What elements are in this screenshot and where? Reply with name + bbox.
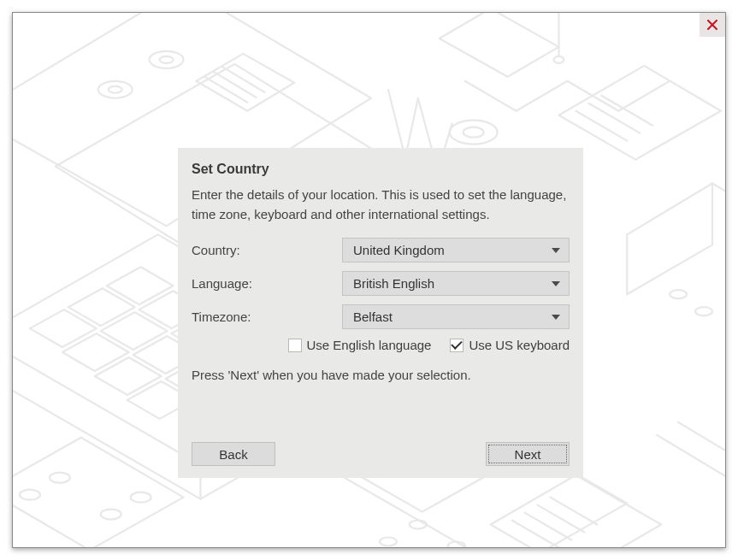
svg-point-13 xyxy=(380,538,397,546)
svg-point-4 xyxy=(553,56,564,63)
set-country-dialog: Set Country Enter the details of your lo… xyxy=(178,148,583,478)
close-button[interactable] xyxy=(700,13,725,37)
svg-point-6 xyxy=(463,127,484,138)
svg-point-12 xyxy=(131,492,151,503)
svg-point-0 xyxy=(98,81,133,98)
close-icon xyxy=(707,20,717,30)
timezone-row: Timezone: Belfast xyxy=(192,304,570,329)
svg-point-14 xyxy=(410,521,427,529)
svg-point-5 xyxy=(450,121,498,144)
chevron-down-icon xyxy=(552,315,560,320)
svg-point-10 xyxy=(50,473,70,483)
country-combobox[interactable]: United Kingdom xyxy=(342,238,570,262)
svg-point-9 xyxy=(20,490,40,500)
dialog-title: Set Country xyxy=(192,162,570,177)
country-value: United Kingdom xyxy=(353,243,445,257)
use-us-keyboard-checkbox[interactable]: Use US keyboard xyxy=(450,338,570,352)
svg-point-11 xyxy=(101,510,121,520)
use-english-checkbox[interactable]: Use English language xyxy=(288,338,432,352)
svg-point-3 xyxy=(160,56,174,63)
country-row: Country: United Kingdom xyxy=(192,238,570,262)
dialog-description: Enter the details of your location. This… xyxy=(192,186,570,224)
checkbox-box xyxy=(288,339,302,352)
chevron-down-icon xyxy=(552,281,560,286)
use-us-keyboard-label: Use US keyboard xyxy=(469,338,570,352)
back-button[interactable]: Back xyxy=(192,442,275,466)
back-button-label: Back xyxy=(219,447,247,462)
next-button[interactable]: Next xyxy=(486,442,570,466)
svg-point-1 xyxy=(109,86,122,93)
svg-point-2 xyxy=(150,51,184,68)
checkbox-box xyxy=(450,339,463,352)
next-button-label: Next xyxy=(515,447,541,462)
button-row: Back Next xyxy=(192,442,570,466)
instruction-text: Press 'Next' when you have made your sel… xyxy=(192,368,570,382)
checkbox-row: Use English language Use US keyboard xyxy=(192,338,570,352)
chevron-down-icon xyxy=(552,248,560,253)
language-value: British English xyxy=(353,276,434,291)
svg-point-7 xyxy=(670,290,687,298)
timezone-label: Timezone: xyxy=(192,309,335,324)
use-english-label: Use English language xyxy=(307,338,432,352)
country-label: Country: xyxy=(192,243,335,257)
language-label: Language: xyxy=(192,276,335,291)
timezone-combobox[interactable]: Belfast xyxy=(342,304,570,329)
svg-point-8 xyxy=(695,307,712,315)
language-combobox[interactable]: British English xyxy=(342,271,570,296)
wizard-window: Set Country Enter the details of your lo… xyxy=(12,12,726,548)
language-row: Language: British English xyxy=(192,271,570,296)
timezone-value: Belfast xyxy=(353,309,393,324)
